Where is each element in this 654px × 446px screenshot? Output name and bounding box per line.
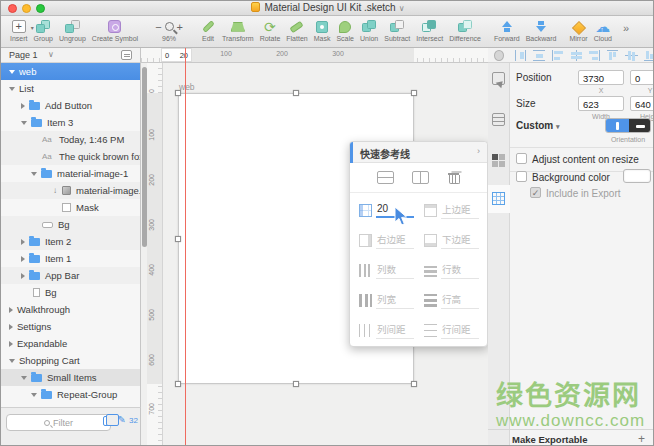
rotate-button[interactable]: ⟳ Rotate — [260, 18, 281, 42]
mirror-button[interactable]: Mirror — [569, 18, 587, 42]
resize-mode-dropdown[interactable]: Custom ▾ — [516, 120, 560, 131]
row-count-field[interactable]: 行数 — [424, 255, 479, 285]
disclosure-triangle-icon[interactable] — [9, 70, 15, 74]
layer-row-bg[interactable]: Bg — [1, 216, 140, 233]
position-x-input[interactable]: 3730 — [578, 70, 624, 85]
current-page-name[interactable]: Page 1 — [9, 50, 38, 60]
field-placeholder[interactable]: 列宽 — [376, 291, 414, 309]
pencil-icon[interactable]: ✎ — [118, 414, 126, 425]
field-placeholder[interactable]: 行高 — [441, 291, 479, 309]
disclosure-triangle-icon[interactable] — [21, 256, 25, 262]
resize-handle-top-center[interactable] — [293, 90, 299, 96]
subtract-button[interactable]: Subtract — [384, 18, 410, 42]
disclosure-triangle-icon[interactable] — [21, 376, 27, 380]
align-middle-vertical-icon[interactable] — [625, 50, 636, 61]
scale-button[interactable]: Scale — [336, 18, 354, 42]
edit-button[interactable]: Edit — [200, 18, 216, 42]
layer-row-add-button[interactable]: Add Button — [1, 97, 140, 114]
add-export-icon[interactable]: + — [638, 432, 645, 446]
background-color-swatch[interactable] — [623, 169, 651, 183]
backward-button[interactable]: Backward — [526, 18, 557, 42]
position-y-input[interactable]: 0 — [630, 70, 654, 85]
layer-row-text[interactable]: Aa Today, 1:46 PM — [1, 131, 140, 148]
field-placeholder[interactable]: 上边距 — [441, 201, 479, 219]
pages-bar[interactable]: Page 1 ∨ — [1, 48, 141, 63]
insert-button[interactable]: + Insert — [10, 18, 28, 42]
pages-badge-icon[interactable] — [103, 416, 114, 426]
transform-button[interactable]: Transform — [222, 18, 254, 42]
difference-button[interactable]: Difference — [449, 18, 481, 42]
layer-row-text[interactable]: Aa The quick brown fox — [1, 148, 140, 165]
resize-handle-top-right[interactable] — [411, 90, 417, 96]
background-color-checkbox[interactable] — [516, 171, 527, 182]
field-placeholder[interactable]: 行数 — [441, 261, 479, 279]
filter-input[interactable]: Filter — [6, 414, 111, 431]
resize-handle-top-left[interactable] — [175, 90, 181, 96]
align-center-horizontal-icon[interactable] — [570, 50, 581, 61]
layer-row-repeat-group[interactable]: Repeat-Group — [1, 386, 140, 403]
disclosure-triangle-icon[interactable] — [9, 307, 13, 313]
resize-handle-bottom-right[interactable] — [411, 381, 417, 387]
row-gutter-field[interactable]: 行间距 — [424, 315, 479, 345]
layer-row-list[interactable]: List — [1, 80, 140, 97]
disclosure-triangle-icon[interactable] — [9, 87, 15, 91]
title-caret-icon[interactable]: ∨ — [399, 4, 405, 13]
align-right-icon[interactable] — [589, 50, 600, 61]
layer-row-expandable[interactable]: Expandable — [1, 335, 140, 352]
adjust-content-checkbox[interactable] — [516, 153, 527, 164]
zoom-out-button[interactable]: − — [155, 21, 161, 33]
cloud-button[interactable]: ☁ Cloud — [594, 18, 612, 42]
delete-guides-button[interactable] — [448, 171, 460, 184]
popup-header[interactable]: 快速参考线 › — [350, 142, 487, 163]
group-button[interactable]: Group — [34, 18, 53, 42]
intersect-button[interactable]: Intersect — [416, 18, 443, 42]
layer-row-item-3[interactable]: Item 3 — [1, 114, 140, 131]
artboard-label[interactable]: web — [179, 82, 195, 92]
layer-row-app-bar[interactable]: App Bar — [1, 267, 140, 284]
properties-tab-icon[interactable] — [492, 113, 505, 126]
orientation-toggle[interactable] — [605, 118, 651, 133]
create-symbol-button[interactable]: Create Symbol — [92, 18, 138, 42]
guide-line[interactable] — [185, 48, 186, 446]
top-margin-field[interactable]: 上边距 — [424, 195, 479, 225]
column-gutter-field[interactable]: 列间距 — [359, 315, 414, 345]
column-width-field[interactable]: 列宽 — [359, 285, 414, 315]
plugin-icon[interactable] — [494, 50, 504, 61]
horizontal-ruler[interactable]: 0 20 100 200 300 — [141, 48, 488, 63]
make-exportable-bar[interactable]: Make Exportable + — [488, 429, 654, 446]
ungroup-button[interactable]: Ungroup — [59, 18, 86, 42]
align-bottom-icon[interactable] — [644, 50, 654, 61]
disclosure-triangle-icon[interactable] — [31, 172, 37, 176]
align-left-icon[interactable] — [552, 50, 563, 61]
page-list-icon[interactable] — [121, 50, 132, 60]
export-tab-icon[interactable] — [492, 72, 505, 85]
right-margin-field[interactable]: 右边距 — [359, 225, 414, 255]
disclosure-triangle-icon[interactable] — [9, 359, 15, 363]
layer-row-mask[interactable]: Mask — [1, 199, 140, 216]
title-bar[interactable]: Material Design UI Kit .sketch∨ — [1, 1, 654, 16]
resize-handle-mid-left[interactable] — [175, 236, 181, 242]
mask-button[interactable]: Mask — [314, 18, 331, 42]
width-input[interactable]: 623 — [578, 96, 624, 111]
vertical-ruler[interactable]: 0 100 200 300 400 500 600 700 — [147, 63, 163, 446]
landscape-segment[interactable] — [629, 119, 651, 133]
portrait-segment[interactable] — [606, 119, 629, 133]
grid-tab-icon[interactable] — [492, 192, 505, 205]
field-placeholder[interactable]: 列间距 — [376, 321, 414, 339]
layer-row-walkthrough[interactable]: Walkthrough — [1, 301, 140, 318]
layer-row-image[interactable]: ↓ material-image.. — [1, 182, 140, 199]
field-placeholder[interactable]: 下边距 — [441, 231, 479, 249]
field-placeholder[interactable]: 行间距 — [441, 321, 479, 339]
column-count-field[interactable]: 列数 — [359, 255, 414, 285]
toolbar-overflow-button[interactable]: » — [618, 18, 634, 35]
canvas-scrollbar[interactable] — [142, 67, 147, 247]
union-button[interactable]: Union — [360, 18, 378, 42]
layer-row-material-image-1[interactable]: material-image-1 — [1, 165, 140, 182]
layer-row-shopping-cart[interactable]: Shopping Cart — [1, 352, 140, 369]
forward-button[interactable]: Forward — [494, 18, 520, 42]
resize-handle-bottom-center[interactable] — [293, 381, 299, 387]
zoom-in-button[interactable]: + — [177, 21, 183, 33]
zoom-controls[interactable]: − + 96% — [155, 18, 183, 42]
resize-handle-bottom-left[interactable] — [175, 381, 181, 387]
layer-row-item-1[interactable]: Item 1 — [1, 250, 140, 267]
